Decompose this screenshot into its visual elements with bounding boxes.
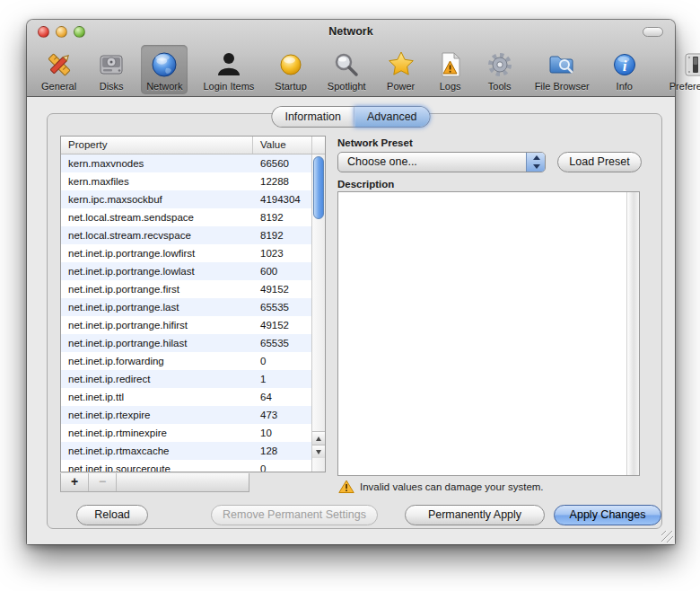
table-row[interactable]: net.inet.ip.rtmaxcache128 (61, 442, 313, 460)
load-preset-button[interactable]: Load Preset (557, 152, 642, 172)
window-chrome: Network General (27, 20, 675, 97)
switch-icon (681, 49, 700, 81)
toolbar-item-disks[interactable]: Disks (92, 45, 131, 94)
toolbar-item-network[interactable]: Network (141, 45, 188, 94)
titlebar[interactable]: Network (27, 20, 675, 43)
yellow-orb-icon (276, 49, 305, 81)
toolbar-toggle-button[interactable] (643, 27, 663, 37)
document-warning-icon (436, 49, 465, 81)
property-cell: net.inet.ip.portrange.hilast (61, 334, 253, 352)
property-cell: net.inet.ip.rtmaxcache (61, 442, 253, 460)
table-row[interactable]: net.inet.ip.sourceroute0 (61, 460, 313, 472)
table-row[interactable]: net.inet.ip.portrange.first49152 (61, 280, 313, 298)
table-row[interactable]: net.inet.ip.portrange.lowlast600 (61, 262, 313, 280)
table-row[interactable]: kern.ipc.maxsockbuf4194304 (61, 190, 313, 208)
hard-drive-icon (97, 49, 126, 81)
table-row[interactable]: net.inet.ip.portrange.lowfirst1023 (61, 244, 313, 262)
person-icon (214, 49, 243, 81)
property-cell: net.inet.ip.rtminexpire (61, 424, 253, 442)
table-scrollbar[interactable] (311, 154, 325, 472)
advanced-groupbox: Property Value kern.maxvnodes66560 kern.… (47, 113, 662, 529)
property-cell: net.inet.ip.portrange.last (61, 298, 253, 316)
down-arrow-icon (316, 450, 321, 454)
reload-button[interactable]: Reload (76, 505, 148, 525)
toolbar-item-info[interactable]: i Info (605, 45, 644, 94)
table-row[interactable]: net.inet.ip.portrange.hifirst49152 (61, 316, 313, 334)
window-title: Network (27, 20, 675, 43)
table-row[interactable]: net.inet.ip.rtexpire473 (61, 406, 313, 424)
apply-changes-button[interactable]: Apply Changes (554, 505, 661, 525)
value-cell: 1 (253, 370, 313, 388)
value-cell: 0 (253, 352, 313, 370)
add-row-button[interactable]: + (61, 473, 89, 491)
table-row[interactable]: net.local.stream.recvspace8192 (61, 226, 313, 244)
table-body: kern.maxvnodes66560 kern.maxfiles12288 k… (61, 154, 313, 472)
toolbar-label: Disks (100, 81, 124, 92)
globe-icon (150, 49, 179, 81)
popup-selected-value: Choose one... (347, 153, 417, 172)
property-cell: net.local.stream.recvspace (61, 226, 253, 244)
tab-information[interactable]: Information (272, 107, 354, 127)
value-cell: 1023 (253, 244, 313, 262)
toolbar-item-preferences[interactable]: Preferences (664, 45, 700, 94)
value-cell: 49152 (253, 316, 313, 334)
remove-permanent-settings-button[interactable]: Remove Permanent Settings (211, 505, 378, 525)
scrollbar-thumb[interactable] (313, 156, 324, 219)
value-cell: 49152 (253, 280, 313, 298)
column-header-property[interactable]: Property (61, 137, 253, 154)
toolbar-label: Tools (488, 81, 512, 92)
property-cell: net.inet.ip.portrange.hifirst (61, 316, 253, 334)
description-scrollbar[interactable] (626, 192, 639, 475)
table-row[interactable]: kern.maxvnodes66560 (61, 154, 313, 172)
desktop: Network General (0, 0, 700, 591)
value-cell: 66560 (253, 154, 313, 172)
toolbar-label: Info (617, 81, 633, 92)
preset-popup-button[interactable]: Choose one... (337, 152, 546, 172)
property-cell: net.inet.ip.portrange.first (61, 280, 253, 298)
toolbar-item-startup[interactable]: Startup (269, 45, 311, 94)
toolbar-item-spotlight[interactable]: Spotlight (322, 45, 372, 94)
toolbar-label: Power (387, 81, 415, 92)
property-cell: net.inet.ip.portrange.lowfirst (61, 244, 253, 262)
warning-icon (338, 480, 354, 494)
app-window: Network General (27, 20, 675, 544)
description-textarea[interactable] (337, 191, 640, 476)
toolbar-item-tools[interactable]: Tools (480, 45, 520, 94)
remove-row-button[interactable]: − (89, 473, 117, 491)
table-header: Property Value (61, 137, 325, 154)
table-row[interactable]: net.inet.ip.portrange.last65535 (61, 298, 313, 316)
table-row[interactable]: net.inet.ip.redirect1 (61, 370, 313, 388)
table-row[interactable]: kern.maxfiles12288 (61, 172, 313, 190)
scroll-down-button[interactable] (312, 445, 326, 458)
toolbar-label: Spotlight (328, 81, 366, 92)
table-row[interactable]: net.inet.ip.forwarding0 (61, 352, 313, 370)
value-cell: 65535 (253, 298, 313, 316)
resize-grip[interactable] (661, 531, 673, 542)
property-cell: net.inet.ip.portrange.lowlast (61, 262, 253, 280)
window-content: Information Advanced Property Value kern… (27, 98, 675, 544)
table-row[interactable]: net.inet.ip.rtminexpire10 (61, 424, 313, 442)
warning-row: Invalid values can damage your system. (338, 480, 544, 494)
table-row[interactable]: net.local.stream.sendspace8192 (61, 208, 313, 226)
star-icon (387, 49, 416, 81)
permanently-apply-button[interactable]: Permanently Apply (405, 505, 545, 525)
value-cell: 4194304 (253, 190, 313, 208)
value-cell: 0 (253, 460, 313, 472)
table-row[interactable]: net.inet.ip.ttl64 (61, 388, 313, 406)
scroll-up-button[interactable] (312, 431, 326, 445)
toolbar-label: Network (146, 81, 182, 92)
description-label: Description (337, 179, 394, 190)
column-header-value[interactable]: Value (253, 137, 312, 154)
toolbar-label: File Browser (535, 81, 590, 92)
toolbar-item-login-items[interactable]: Login Items (197, 45, 259, 94)
table-row[interactable]: net.inet.ip.portrange.hilast65535 (61, 334, 313, 352)
toolbar-item-power[interactable]: Power (381, 45, 421, 94)
value-cell: 8192 (253, 208, 313, 226)
gear-icon (486, 49, 514, 81)
toolbar-item-logs[interactable]: Logs (431, 45, 470, 94)
property-cell: net.inet.ip.rtexpire (61, 406, 253, 424)
toolbar-item-general[interactable]: General (36, 45, 82, 94)
tab-advanced[interactable]: Advanced (354, 107, 430, 127)
toolbar-item-file-browser[interactable]: File Browser (529, 45, 595, 94)
toolbar-label: Logs (440, 81, 461, 92)
